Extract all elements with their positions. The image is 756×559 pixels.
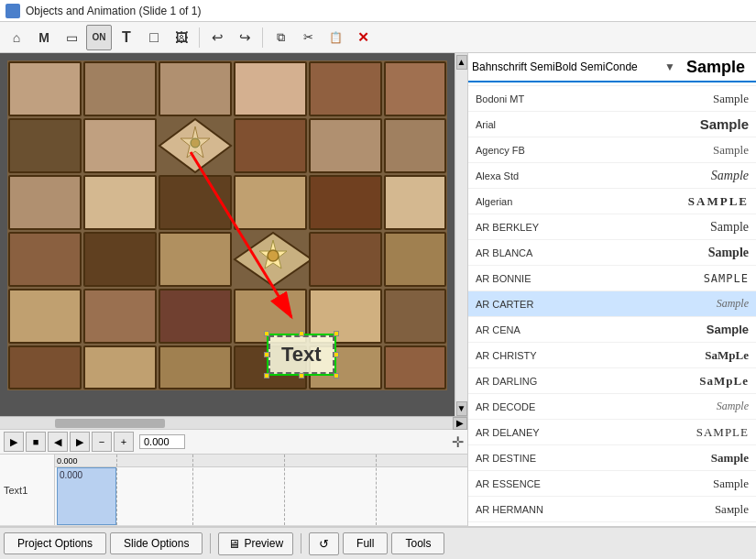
font-name-label: AR DARLING — [476, 376, 576, 387]
svg-rect-11 — [84, 62, 156, 115]
font-dropdown-arrow[interactable]: ▼ — [664, 60, 675, 73]
full-btn[interactable]: Full — [343, 532, 388, 554]
svg-rect-46 — [159, 346, 231, 389]
font-sample-text: Sample — [708, 246, 749, 260]
plus-btn[interactable]: + — [114, 432, 134, 452]
timeline-scrollbar-h[interactable]: ▶ — [0, 417, 467, 430]
svg-rect-32 — [159, 233, 231, 286]
scroll-track[interactable] — [456, 70, 467, 401]
m-btn[interactable]: M — [31, 25, 57, 50]
preview-icon: 🖥 — [228, 537, 240, 551]
play-btn[interactable]: ▶ — [4, 432, 24, 452]
loop-icon: ↺ — [319, 537, 329, 551]
preview-btn[interactable]: 🖥 Preview — [218, 532, 293, 555]
tools-btn[interactable]: Tools — [391, 532, 444, 554]
font-name-label: Agency FB — [476, 145, 576, 156]
font-name-label: Bodoni MT — [476, 93, 576, 104]
svg-point-20 — [191, 138, 200, 148]
slide-area: Text — [0, 53, 467, 416]
scroll-down[interactable]: ▼ — [456, 401, 467, 416]
redo-btn[interactable]: ↪ — [232, 25, 257, 50]
svg-rect-31 — [84, 233, 156, 286]
undo-btn[interactable]: ↩ — [204, 25, 230, 50]
font-row[interactable]: Alexa StdSample — [468, 163, 756, 189]
minus-btn[interactable]: − — [92, 432, 112, 452]
font-row[interactable]: AR DESTINESample — [468, 445, 756, 471]
font-row[interactable]: AR CARTERSample — [468, 291, 756, 317]
preview-label: Preview — [244, 537, 283, 550]
font-row[interactable]: AR HERMANNSaмple — [468, 497, 756, 522]
select-btn[interactable]: ▭ — [59, 25, 84, 50]
svg-rect-17 — [84, 119, 156, 172]
font-list[interactable]: AR DECODESampleAlexa StdSampleBodoni MTS… — [468, 82, 756, 526]
svg-rect-45 — [84, 346, 156, 389]
scroll-up[interactable]: ▲ — [456, 55, 467, 70]
font-row[interactable]: AR JULIANSAMPLE — [468, 522, 756, 526]
font-row[interactable]: AlgerianSAMPLE — [468, 189, 756, 214]
stop-btn[interactable]: ■ — [26, 432, 46, 452]
delete-btn[interactable]: ✕ — [350, 25, 376, 50]
font-row[interactable]: AR DECODESample — [468, 394, 756, 420]
font-name-label: AR HERMANN — [476, 504, 576, 515]
text-btn[interactable]: T — [114, 25, 139, 50]
prev-btn[interactable]: ◀ — [48, 432, 68, 452]
font-row[interactable]: AR ESSENCESample — [468, 471, 756, 497]
loop-btn[interactable]: ↺ — [309, 532, 339, 555]
font-sample-text: SAMPLE — [696, 425, 749, 440]
font-name-label: Arial — [476, 119, 576, 130]
font-search-input[interactable] — [472, 60, 661, 73]
font-row[interactable]: AR DARLINGSaMpLe — [468, 368, 756, 394]
bottom-toolbar: Project Options Slide Options 🖥 Preview … — [0, 526, 756, 559]
sep-bottom2 — [301, 533, 301, 554]
cut-btn[interactable]: ✂ — [295, 25, 321, 50]
svg-rect-15 — [385, 62, 445, 115]
image-btn[interactable]: 🖼 — [169, 25, 194, 50]
svg-rect-37 — [385, 233, 445, 286]
paste-btn[interactable]: 📋 — [323, 25, 348, 50]
font-row[interactable]: AR BLANCASample — [468, 240, 756, 266]
rect-btn[interactable]: □ — [141, 25, 167, 50]
font-row[interactable]: AR BERKLEYSample — [468, 214, 756, 240]
on-btn[interactable]: ON — [86, 25, 112, 50]
font-row[interactable]: Agency FBSample — [468, 137, 756, 163]
slide-options-btn[interactable]: Slide Options — [110, 532, 203, 554]
font-row[interactable]: ArialSample — [468, 112, 756, 137]
next-btn[interactable]: ▶ — [70, 432, 90, 452]
font-name-label: AR BONNIE — [476, 273, 576, 284]
font-name-label: AR DECODE — [476, 401, 576, 412]
scroll-right[interactable]: ▶ — [453, 417, 467, 430]
font-sample-highlight: Sample — [679, 58, 752, 77]
slide-scrollbar[interactable]: ▲ ▼ — [455, 53, 467, 416]
svg-rect-39 — [84, 290, 156, 343]
font-sample-text: Sample — [710, 220, 749, 235]
move-icon[interactable]: ✛ — [452, 433, 464, 451]
timeline-controls: ▶ ■ ◀ ▶ − + ✛ — [0, 430, 467, 455]
font-sample-text: Sample — [711, 169, 749, 183]
font-name-label: AR DELANEY — [476, 427, 576, 438]
font-row[interactable]: AR DELANEYSAMPLE — [468, 420, 756, 445]
project-options-btn[interactable]: Project Options — [4, 532, 106, 554]
font-row[interactable]: AR CENASample — [468, 317, 756, 343]
font-name-label: Alexa Std — [476, 170, 576, 181]
main-layout: Text ▲ ▼ ▶ ▶ ■ ◀ ▶ — [0, 53, 756, 526]
timeline-time-input[interactable] — [139, 434, 185, 449]
timeline-scroll-thumb[interactable] — [55, 419, 165, 428]
font-row[interactable]: AR CHRISTYSaMpLe — [468, 343, 756, 368]
font-name-label: AR CARTER — [476, 299, 576, 310]
track-content[interactable]: 0.000 0.000 — [55, 455, 467, 525]
svg-rect-30 — [9, 233, 81, 286]
app-icon — [5, 4, 20, 18]
slide-text-element[interactable]: Text — [268, 335, 334, 374]
font-row[interactable]: Bodoni MTSample — [468, 86, 756, 112]
font-name-label: AR BERKLEY — [476, 222, 576, 233]
font-search-bar: ▼ Sample — [468, 53, 756, 82]
font-name-label: AR CENA — [476, 324, 576, 335]
home-btn[interactable]: ⌂ — [4, 25, 29, 50]
font-name-label: AR DESTINE — [476, 453, 576, 464]
font-sample-text: Sample — [717, 297, 749, 311]
copy-btn[interactable]: ⧉ — [268, 25, 293, 50]
font-sample-text: Sample — [700, 116, 749, 132]
slide-text-content: Text — [281, 343, 322, 366]
keyframe-block[interactable]: 0.000 — [57, 467, 116, 525]
font-row[interactable]: AR BONNIESAMPLE — [468, 266, 756, 291]
